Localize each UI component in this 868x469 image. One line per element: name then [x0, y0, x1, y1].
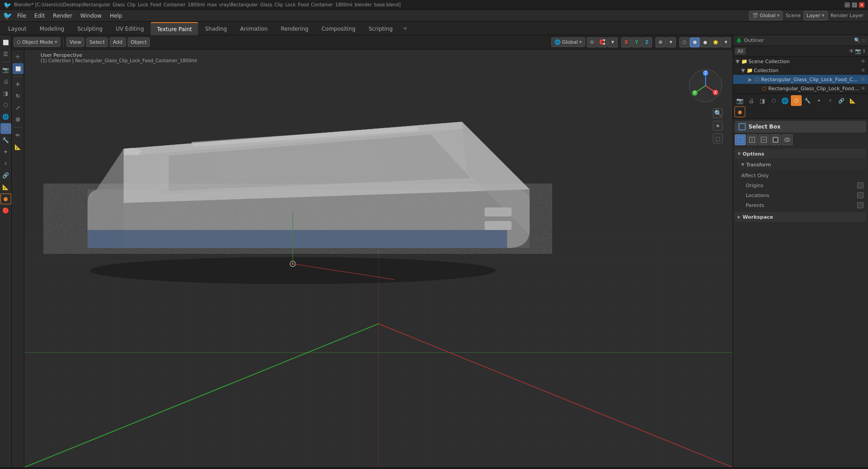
shading-settings-btn[interactable]: ▼ [721, 37, 731, 47]
snap-btn[interactable]: 🧲 [597, 37, 607, 47]
select-invert-btn[interactable] [770, 134, 781, 145]
sidebar-particles-icon[interactable]: ✦ [0, 147, 11, 157]
workspace-header[interactable]: ▶ Workspace [735, 212, 866, 222]
prop-tab-modifier[interactable]: 🔧 [802, 95, 813, 106]
prop-tab-output[interactable]: 🖨 [746, 95, 757, 106]
overlay-btn[interactable]: ⊕ [656, 37, 665, 47]
annotate-tool[interactable]: ✏ [13, 130, 23, 141]
zoom-in-btn[interactable]: 🔍 [713, 108, 723, 118]
prop-tab-world[interactable]: 🌐 [780, 95, 790, 106]
origins-checkbox[interactable] [857, 182, 863, 189]
material-btn[interactable]: ● [700, 37, 710, 47]
menu-file[interactable]: File [14, 12, 30, 20]
snap-options-btn[interactable]: ▼ [608, 37, 618, 47]
close-btn[interactable]: ✕ [859, 2, 864, 8]
sidebar-data-icon[interactable]: 📐 [0, 182, 11, 193]
tab-animation[interactable]: Animation [234, 22, 274, 35]
outliner-vis-icon[interactable]: 👁 [849, 48, 854, 54]
sidebar-output-icon[interactable]: 🖨 [0, 76, 11, 87]
locations-checkbox[interactable] [857, 192, 863, 198]
xaxis-btn[interactable]: X [621, 37, 631, 47]
sidebar-render-icon[interactable]: 📷 [0, 64, 11, 75]
sidebar-shading-icon[interactable]: 🔴 [0, 205, 11, 216]
select-extend-btn[interactable] [747, 134, 757, 145]
menu-edit[interactable]: Edit [31, 12, 48, 20]
tab-compositing[interactable]: Compositing [315, 22, 362, 35]
options-header[interactable]: ▼ Options [735, 149, 866, 159]
sidebar-constraints-icon[interactable]: 🔗 [0, 170, 11, 181]
select-menu[interactable]: Select [86, 37, 108, 47]
outliner-search-btn[interactable]: 🔍 [854, 37, 860, 43]
viewport[interactable]: ⬡ Object Mode ▼ View Select Add Object 🌐… [12, 35, 733, 467]
tab-texture-paint[interactable]: Texture Paint [151, 22, 198, 35]
sidebar-scene-icon[interactable]: ⬡ [0, 100, 11, 110]
tab-uv-editing[interactable]: UV Editing [109, 22, 150, 35]
tab-add[interactable]: + [399, 22, 411, 35]
outliner-render-icon[interactable]: 📷 [855, 48, 861, 54]
rendered-btn[interactable]: 🌟 [711, 37, 720, 47]
sidebar-view-layer-icon[interactable]: ◨ [0, 88, 11, 99]
tab-rendering[interactable]: Rendering [274, 22, 314, 35]
sidebar-material-icon[interactable]: ● [0, 193, 11, 204]
move-tool[interactable]: ✛ [13, 79, 23, 90]
measure-tool[interactable]: 📐 [13, 142, 23, 152]
outliner-scene-collection[interactable]: ▼ 📁 Scene Collection 👁 [733, 57, 868, 66]
render-engine-btn[interactable]: Layer ▼ [803, 11, 828, 20]
sidebar-tool-select[interactable]: ⬜ [0, 37, 11, 48]
outliner-mesh-1[interactable]: ▶ ⬡ Rectangular_Glass_Clip_Lock_Food_Con… [733, 75, 868, 84]
fly-mode-btn[interactable]: ✈ [713, 121, 723, 131]
menu-help[interactable]: Help [106, 12, 125, 20]
yaxis-btn[interactable]: Y [632, 37, 642, 47]
solid-btn[interactable]: ⬢ [690, 37, 700, 47]
object-menu[interactable]: Object [128, 37, 150, 47]
sidebar-object-icon[interactable]: ⬡ [0, 123, 11, 134]
scale-tool[interactable]: ⤢ [13, 102, 23, 113]
select-box-tool[interactable]: ⬜ [13, 63, 23, 74]
cursor-tool[interactable]: ✛ [13, 51, 23, 62]
mode-selector[interactable]: ⬡ Object Mode ▼ [14, 37, 60, 47]
outliner-mesh-2[interactable]: ⬡ Rectangular_Glass_Clip_Lock_Food_Con 👁 [733, 84, 868, 93]
menu-window[interactable]: Window [77, 12, 105, 20]
tool-section-header[interactable]: Select Box [735, 121, 866, 133]
outliner-all-btn[interactable]: All [735, 48, 746, 55]
tab-layout[interactable]: Layout [2, 22, 33, 35]
maximize-btn[interactable]: □ [852, 2, 857, 8]
sidebar-modifier-icon[interactable]: 🔧 [0, 135, 11, 146]
prop-tab-particles[interactable]: ✦ [813, 95, 824, 106]
wireframe-btn[interactable]: ⬡ [679, 37, 689, 47]
tab-sculpting[interactable]: Sculpting [71, 22, 109, 35]
sidebar-world-icon[interactable]: 🌐 [0, 111, 11, 122]
navigation-gizmo[interactable]: Z X Y [688, 68, 724, 104]
outliner-filter-btn[interactable]: ⏍ [862, 37, 865, 43]
rotate-tool[interactable]: ↻ [13, 91, 23, 101]
sidebar-tool-hand[interactable]: ☰ [0, 49, 11, 60]
zaxis-btn[interactable]: Z [642, 37, 652, 47]
global-local-selector[interactable]: 🌐 Global ▼ [551, 37, 585, 47]
parents-checkbox[interactable] [857, 202, 863, 208]
select-intersect-btn[interactable] [782, 134, 793, 145]
select-subtract-btn[interactable] [758, 134, 769, 145]
transform-tool[interactable]: ⊞ [13, 114, 23, 125]
outliner-select-icon[interactable]: ↕ [862, 48, 866, 54]
transform-header[interactable]: ▼ Transform [739, 160, 866, 170]
minimize-btn[interactable]: — [845, 2, 850, 8]
prop-tab-data[interactable]: 📐 [847, 95, 858, 106]
select-set-btn[interactable] [735, 134, 746, 145]
prop-tab-view-layer[interactable]: ◨ [757, 95, 768, 106]
prop-tab-material[interactable]: ● [734, 106, 745, 117]
scene-selector[interactable]: 🎬 Global ▼ [749, 11, 783, 20]
orthographic-btn[interactable]: ⬚ [713, 133, 723, 143]
overlay-toggle-btn[interactable]: ▼ [666, 37, 676, 47]
sidebar-physics-icon[interactable]: ⚡ [0, 158, 11, 169]
tab-shading[interactable]: Shading [199, 22, 233, 35]
tab-modeling[interactable]: Modeling [33, 22, 71, 35]
tab-scripting[interactable]: Scripting [362, 22, 399, 35]
viewport-3d[interactable]: User Perspective (1) Collection | Rectan… [24, 50, 733, 467]
prop-tab-object[interactable]: ⬡ [791, 95, 802, 106]
menu-render[interactable]: Render [49, 12, 76, 20]
proportional-edit-btn[interactable]: ⊙ [587, 37, 597, 47]
view-menu[interactable]: View [66, 37, 84, 47]
outliner-collection[interactable]: ▼ 📁 Collection 👁 [733, 66, 868, 75]
prop-tab-physics[interactable]: ⚡ [825, 95, 836, 106]
add-menu[interactable]: Add [110, 37, 125, 47]
